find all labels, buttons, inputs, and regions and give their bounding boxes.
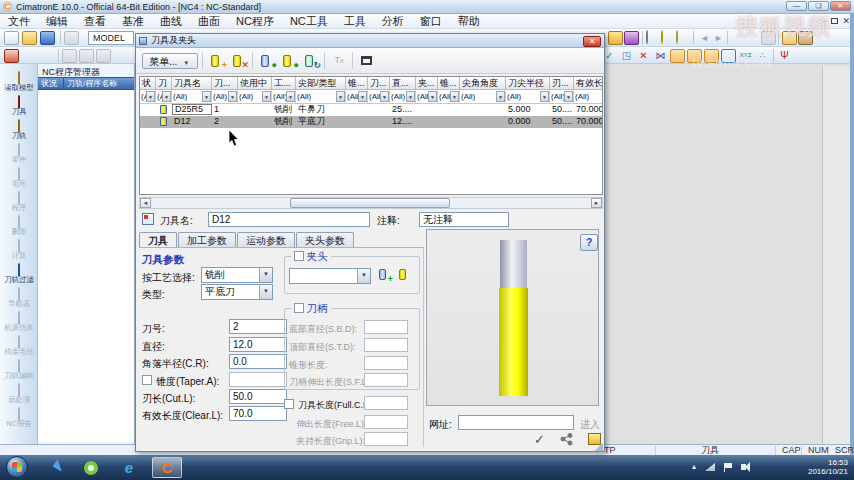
filter-tip-type[interactable]: (All)▼ bbox=[296, 90, 346, 104]
copy-tool-icon[interactable]: ● bbox=[280, 53, 298, 69]
delete-tool-icon[interactable]: ✕ bbox=[230, 53, 248, 69]
dialog-title-bar[interactable]: 刀具及夹头 ✕ bbox=[136, 34, 604, 48]
full-length-checkbox[interactable] bbox=[284, 398, 294, 410]
cimatron-tool-icon[interactable]: Ψ bbox=[777, 49, 792, 63]
nc-program-list[interactable] bbox=[38, 90, 134, 442]
menu-curve[interactable]: 曲线 bbox=[152, 14, 190, 29]
share-options-button[interactable] bbox=[560, 433, 574, 446]
window-restore-button[interactable]: ❏ bbox=[808, 1, 829, 11]
filter-eff-len[interactable]: (All)▼ bbox=[574, 90, 603, 104]
menu-nc-program[interactable]: NC程序 bbox=[228, 14, 282, 29]
cut-length-input[interactable]: 50.0 bbox=[229, 389, 287, 404]
entity-color-icon[interactable] bbox=[608, 31, 623, 45]
filter-taper2[interactable]: (All)▼ bbox=[438, 90, 460, 104]
col-tool-name[interactable]: 刀具名 bbox=[172, 77, 212, 90]
filter-tech[interactable]: (All)▼ bbox=[272, 90, 296, 104]
filter-diameter[interactable]: (All)▼ bbox=[390, 90, 416, 104]
comment-input[interactable]: 无注释 bbox=[419, 212, 509, 227]
bulb-select-icon[interactable] bbox=[676, 31, 691, 45]
start-button[interactable] bbox=[6, 456, 28, 478]
tab-tool[interactable]: 刀具 bbox=[139, 232, 177, 248]
filter-tip-angle[interactable]: (All)▼ bbox=[460, 90, 506, 104]
dialog-menu-button[interactable]: 菜单...▼ bbox=[142, 53, 198, 69]
cell-tool-name[interactable]: D12 bbox=[172, 116, 212, 128]
taskbar-browser-icon[interactable] bbox=[76, 457, 106, 478]
col-in-use[interactable]: 使用中 bbox=[238, 77, 272, 90]
cell-tool-name[interactable]: D25R5 bbox=[172, 104, 212, 115]
col-tip-angle[interactable]: 尖角角度 bbox=[460, 77, 506, 90]
hide-icon[interactable] bbox=[21, 49, 36, 63]
taskbar-thunder-icon[interactable] bbox=[38, 457, 68, 478]
filter-tip-radius[interactable]: (All)▼ bbox=[506, 90, 550, 104]
col-status[interactable]: 状 bbox=[140, 77, 156, 90]
tray-action-center-icon[interactable] bbox=[724, 463, 732, 472]
menu-tools[interactable]: 工具 bbox=[336, 14, 374, 29]
filter-in-use[interactable]: (All)▼ bbox=[238, 90, 272, 104]
eff-length-input[interactable]: 70.0 bbox=[229, 406, 287, 421]
filter-taper[interactable]: (All)▼ bbox=[346, 90, 368, 104]
holder-checkbox[interactable] bbox=[294, 251, 304, 261]
new-file-icon[interactable] bbox=[4, 31, 19, 45]
delete-geometry-icon[interactable]: ✕ bbox=[636, 49, 651, 63]
mdi-close-button[interactable]: ✕ bbox=[842, 16, 850, 26]
sidebar-item-read-model[interactable]: 读取模型 bbox=[0, 72, 38, 94]
menu-help[interactable]: 帮助 bbox=[450, 14, 488, 29]
mdi-restore-button[interactable] bbox=[831, 18, 838, 24]
diameter-input[interactable]: 12.0 bbox=[229, 337, 287, 352]
table-hscrollbar[interactable]: ◄ ► bbox=[139, 197, 603, 209]
menu-edit[interactable]: 编辑 bbox=[38, 14, 76, 29]
type-combo[interactable]: 平底刀▼ bbox=[201, 284, 273, 300]
dialog-resize-grip[interactable]: ◢ bbox=[595, 441, 603, 451]
tech-select-combo[interactable]: 铣削▼ bbox=[201, 267, 273, 283]
col-tech[interactable]: 工... bbox=[272, 77, 296, 90]
taper-checkbox[interactable] bbox=[142, 374, 152, 386]
filter-cut-len[interactable]: (All)▼ bbox=[550, 90, 574, 104]
menu-view[interactable]: 查看 bbox=[76, 14, 114, 29]
taskbar-clock[interactable]: 16:53 2016/10/21 bbox=[808, 458, 848, 476]
help-button[interactable]: ? bbox=[580, 234, 598, 251]
sketch-pencil-icon[interactable] bbox=[794, 49, 809, 63]
shank-checkbox[interactable] bbox=[294, 303, 304, 313]
menu-file[interactable]: 文件 bbox=[0, 14, 38, 29]
col-tool[interactable]: 刀 bbox=[156, 77, 172, 90]
corner-radius-input[interactable]: 0.0 bbox=[229, 354, 287, 369]
tray-expand-icon[interactable]: ▴ bbox=[692, 462, 696, 472]
col-cut-len[interactable]: 刃... bbox=[550, 77, 574, 90]
col-taper2[interactable]: 锥... bbox=[438, 77, 460, 90]
col-diameter[interactable]: 直... bbox=[390, 77, 416, 90]
menu-nc-tool[interactable]: NC工具 bbox=[282, 14, 336, 29]
url-input[interactable] bbox=[458, 415, 574, 430]
ok-check-button[interactable]: ✓ bbox=[534, 432, 545, 447]
holder-combo[interactable]: ▼ bbox=[289, 268, 371, 284]
pin-icon[interactable] bbox=[4, 49, 19, 63]
tray-volume-icon[interactable] bbox=[741, 464, 746, 470]
import-tool-icon[interactable]: ↻ bbox=[302, 53, 320, 69]
nc-col-status[interactable]: 状况 bbox=[38, 78, 64, 89]
filter-blade[interactable]: (All)▼ bbox=[368, 90, 390, 104]
scroll-thumb[interactable] bbox=[290, 198, 450, 208]
col-taper[interactable]: 锥... bbox=[346, 77, 368, 90]
col-eff-len[interactable]: 有效长度 bbox=[574, 77, 603, 90]
new-tool-from-icon[interactable]: ● bbox=[258, 53, 276, 69]
sidebar-item-toolpath[interactable]: 刀轨 bbox=[0, 120, 38, 142]
ucs-icon[interactable] bbox=[670, 49, 685, 63]
bulb-on-icon[interactable] bbox=[661, 31, 676, 45]
save-file-icon[interactable] bbox=[40, 31, 55, 45]
filter-tool-name[interactable]: (All)▼ bbox=[172, 90, 212, 104]
holder-add-icon[interactable]: + bbox=[377, 268, 392, 282]
entity-paint-icon[interactable] bbox=[624, 31, 639, 45]
holder-edit-icon[interactable] bbox=[397, 268, 412, 282]
col-blade[interactable]: 刀... bbox=[368, 77, 390, 90]
trim-icon[interactable]: ⋈ bbox=[653, 49, 668, 63]
tool-row-d12-selected[interactable]: D12 2 铣削 平底刀 12.... 0.000 50.... 70.000 bbox=[140, 116, 602, 128]
menu-surface[interactable]: 曲面 bbox=[190, 14, 228, 29]
tab-holder-params[interactable]: 夹头参数 bbox=[296, 232, 354, 247]
tab-machining-params[interactable]: 加工参数 bbox=[178, 232, 236, 247]
menu-datum[interactable]: 基准 bbox=[114, 14, 152, 29]
window-minimize-button[interactable]: — bbox=[786, 1, 807, 11]
model-mode-combo[interactable]: MODEL bbox=[88, 31, 134, 45]
tab-motion-params[interactable]: 运动参数 bbox=[237, 232, 295, 247]
open-file-icon[interactable] bbox=[22, 31, 37, 45]
scroll-left-icon[interactable]: ◄ bbox=[140, 198, 151, 208]
redo-arrow-icon[interactable] bbox=[38, 49, 53, 63]
